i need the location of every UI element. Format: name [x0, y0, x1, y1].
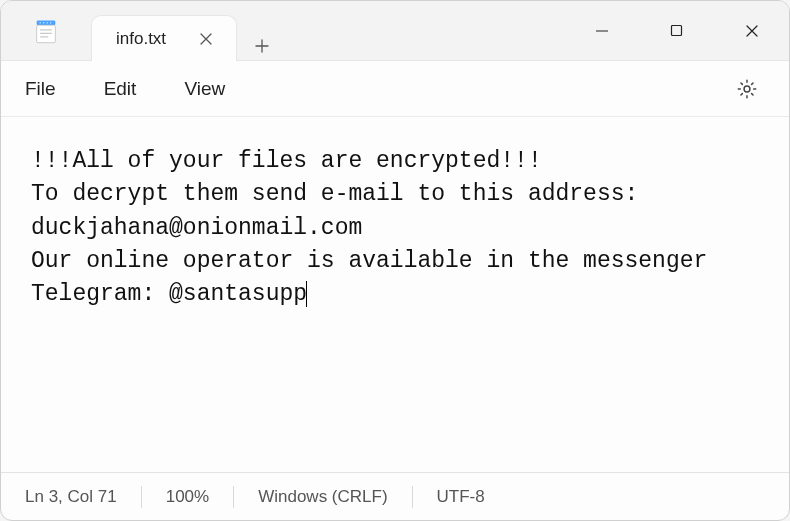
menu-view[interactable]: View: [184, 78, 225, 100]
maximize-button[interactable]: [639, 1, 714, 61]
plus-icon: [254, 38, 270, 54]
svg-point-6: [43, 22, 44, 23]
window-controls: [564, 1, 789, 60]
minimize-button[interactable]: [564, 1, 639, 61]
text-editor[interactable]: !!!All of your files are encrypted!!! To…: [1, 117, 789, 472]
text-caret: [306, 281, 307, 307]
editor-text: !!!All of your files are encrypted!!! To…: [31, 148, 721, 307]
gear-icon: [736, 78, 758, 100]
status-position: Ln 3, Col 71: [25, 484, 141, 510]
svg-point-8: [50, 22, 51, 23]
new-tab-button[interactable]: [237, 38, 287, 54]
close-window-button[interactable]: [714, 1, 789, 61]
settings-button[interactable]: [729, 71, 765, 107]
status-encoding: UTF-8: [413, 484, 509, 510]
close-icon: [200, 33, 212, 45]
svg-point-7: [46, 22, 47, 23]
app-icon-area: [1, 1, 91, 60]
minimize-icon: [595, 24, 609, 38]
svg-point-10: [744, 86, 750, 92]
maximize-icon: [670, 24, 683, 37]
status-line-ending: Windows (CRLF): [234, 484, 411, 510]
close-icon: [745, 24, 759, 38]
svg-rect-9: [672, 26, 682, 36]
svg-point-5: [39, 22, 40, 23]
tab-active[interactable]: info.txt: [91, 15, 237, 61]
title-bar: info.txt: [1, 1, 789, 61]
tab-close-button[interactable]: [194, 27, 218, 51]
tabs-area: info.txt: [91, 1, 564, 60]
notepad-window: info.txt: [0, 0, 790, 521]
notepad-icon: [32, 17, 60, 45]
status-bar: Ln 3, Col 71 100% Windows (CRLF) UTF-8: [1, 472, 789, 520]
menu-bar: File Edit View: [1, 61, 789, 117]
status-zoom[interactable]: 100%: [142, 484, 233, 510]
menu-edit[interactable]: Edit: [104, 78, 137, 100]
tab-title: info.txt: [116, 29, 166, 49]
menu-file[interactable]: File: [25, 78, 56, 100]
